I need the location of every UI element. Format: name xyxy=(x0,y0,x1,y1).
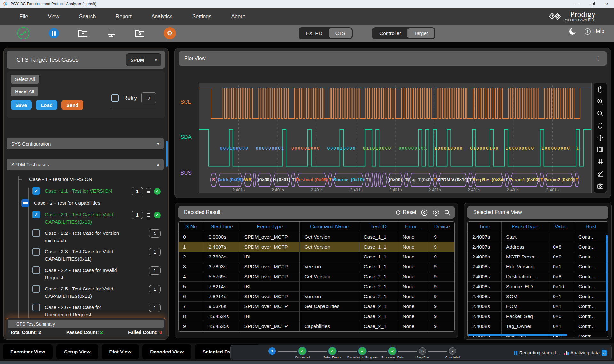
menu-item-view[interactable]: View xyxy=(38,8,69,25)
checkbox-unchecked[interactable] xyxy=(32,248,40,256)
tab-exerciser-view[interactable]: Exerciser View xyxy=(3,344,53,359)
reset-all-button[interactable]: Reset All xyxy=(11,87,38,96)
send-button[interactable]: Send xyxy=(61,100,83,110)
cursors-tool-icon[interactable] xyxy=(597,146,604,153)
open-project-icon[interactable] xyxy=(78,29,88,37)
zoom-out-icon[interactable] xyxy=(597,110,604,117)
save-button[interactable]: Save xyxy=(11,100,32,110)
tree-item[interactable]: Case - 2.2 - Test Case for Version misma… xyxy=(7,227,165,246)
pan-hand-icon[interactable] xyxy=(597,122,604,129)
iteration-count[interactable]: 1 xyxy=(149,266,161,275)
menu-item-about[interactable]: About xyxy=(221,8,255,25)
table-row[interactable]: 57.8214sIBICase_2_1None9 xyxy=(179,282,454,292)
left-panel-scrollbar[interactable] xyxy=(166,141,168,167)
next-frame-button[interactable] xyxy=(433,209,439,216)
iteration-count[interactable]: 1 xyxy=(149,304,161,312)
tab-setup-view[interactable]: Setup View xyxy=(56,344,98,359)
table-row[interactable]: 2.4008sSOM0×1Contr... xyxy=(468,292,608,302)
tab-decoded-view[interactable]: Decoded View xyxy=(142,344,191,359)
tree-item[interactable]: Case - 1 - Test for VERSION xyxy=(7,174,165,185)
table-row[interactable]: 45.5769sSPDM_over_MCTPGet VersionCase_2_… xyxy=(179,272,454,282)
mouse-tool-icon[interactable] xyxy=(597,86,604,93)
retry-count-input[interactable] xyxy=(141,92,156,103)
tree-item[interactable]: ✓Case - 1.1 - Test for VERSION1✓ xyxy=(7,185,165,197)
table-row[interactable]: 2.4008sDestination_...0×8Contr... xyxy=(468,272,608,282)
search-icon[interactable] xyxy=(444,210,450,216)
camera-icon[interactable] xyxy=(597,182,604,189)
report-icon[interactable] xyxy=(146,188,151,194)
table-row[interactable]: 00.0000sSPDM_over_MCTPGet VersionCase_1_… xyxy=(179,232,454,242)
toggle-controller[interactable]: Controller xyxy=(373,28,407,38)
close-button[interactable]: × xyxy=(599,0,614,8)
table-row[interactable]: 67.8214sSPDM_over_MCTPVersionCase_2_1Non… xyxy=(179,292,454,302)
previous-frame-button[interactable] xyxy=(421,209,428,216)
grid-tool-icon[interactable] xyxy=(597,158,604,165)
project-location-icon[interactable] xyxy=(135,29,145,37)
frame-view-vertical-scrollbar[interactable] xyxy=(606,235,608,331)
table-row[interactable]: 815.4534sIBICase_2_1None9 xyxy=(179,312,454,321)
table-row[interactable]: 2.4008sTag_Owner0×1Contr... xyxy=(468,321,608,331)
table-row[interactable]: 23.7893sIBICase_1_1None9 xyxy=(179,252,454,262)
kebab-menu-icon[interactable]: ⋮ xyxy=(595,55,601,62)
checkbox-unchecked[interactable] xyxy=(32,266,40,274)
help-button[interactable]: i Help xyxy=(585,28,604,35)
iteration-count[interactable]: 1 xyxy=(149,229,161,238)
spdm-test-cases-accordion[interactable]: SPDM Test cases ▴ xyxy=(7,159,164,170)
tab-plot-view[interactable]: Plot View xyxy=(102,344,139,359)
menu-item-report[interactable]: Report xyxy=(106,8,141,25)
dark-mode-moon-icon[interactable] xyxy=(569,28,576,35)
reset-button[interactable]: Reset xyxy=(395,210,416,215)
table-row[interactable]: 2.4008sSource_EID0×10Contr... xyxy=(468,282,608,292)
load-button[interactable]: Load xyxy=(36,100,57,110)
minimize-button[interactable]: — xyxy=(570,0,585,8)
checkbox-checked[interactable]: ✓ xyxy=(32,187,40,195)
menu-item-analytics[interactable]: Analytics xyxy=(141,8,182,25)
tree-item[interactable]: Case - 2.4 - Test Case for Invalid Reque… xyxy=(7,265,165,283)
toggle-ex-pd[interactable]: EX_PD xyxy=(299,28,329,38)
table-row[interactable]: 2.4008sHdr_Version0×1Contr... xyxy=(468,262,608,272)
tree-item[interactable]: Case - 2.3 - Test Case for Valid CAPABIL… xyxy=(7,246,165,265)
device-icon[interactable] xyxy=(107,29,116,37)
exerciser-icon[interactable] xyxy=(17,27,29,39)
table-row[interactable]: 915.4535sSPDM_over_MCTPCapabilitiesCase_… xyxy=(179,321,454,331)
table-row[interactable]: 2.4008sEOM0×1Contr... xyxy=(468,302,608,312)
toggle-target[interactable]: Target xyxy=(408,28,434,38)
iteration-count[interactable]: 1 xyxy=(132,211,143,219)
waveform-canvas[interactable]: 2.401s2.401s2.401s2.401s2.401s2.401s2.40… xyxy=(199,83,592,193)
table-row[interactable]: 2.4008sPacket_Seq0×0Contr... xyxy=(468,312,608,321)
maximize-button[interactable] xyxy=(585,0,599,8)
menu-item-search[interactable]: Search xyxy=(69,8,106,25)
iteration-count[interactable]: 1 xyxy=(149,285,161,293)
checkbox-indeterminate[interactable] xyxy=(21,199,29,207)
table-row[interactable]: 2.4008sMCTP Reser...0×0Contr... xyxy=(468,252,608,262)
settings-gear-icon[interactable]: ⚙ xyxy=(164,27,176,39)
table-row[interactable]: 79.5326sSPDM_over_MCTPGet CapabilitiesCa… xyxy=(179,302,454,312)
select-all-button[interactable]: Select All xyxy=(11,75,39,84)
move-tool-icon[interactable] xyxy=(597,134,604,141)
menu-item-settings[interactable]: Settings xyxy=(182,8,221,25)
checkbox-checked[interactable]: ✓ xyxy=(32,211,40,218)
sys-configuration-accordion[interactable]: SYS Configuration ▾ xyxy=(7,138,164,149)
checkbox-unchecked[interactable] xyxy=(32,285,40,293)
menu-item-file[interactable]: File xyxy=(10,8,38,25)
table-row[interactable]: 2.4007sStartContr... xyxy=(468,232,608,242)
iteration-count[interactable]: 1 xyxy=(149,248,161,256)
retry-checkbox[interactable] xyxy=(111,94,119,102)
refresh-icon[interactable] xyxy=(602,350,607,356)
table-row[interactable]: 12.4007sSPDM_over_MCTPGet VersionCase_1_… xyxy=(179,242,454,252)
tree-item[interactable]: Case - 2.5 - Test Case for Valid CAPABIL… xyxy=(7,283,165,302)
frame-view-horizontal-scrollbar[interactable] xyxy=(468,334,567,336)
tree-item[interactable]: Case - 2 - Test for Capabilities xyxy=(7,197,165,209)
pause-icon[interactable] xyxy=(49,28,59,38)
toggle-cts[interactable]: CTS xyxy=(329,28,352,38)
report-icon[interactable] xyxy=(146,212,151,218)
tree-item[interactable]: ✓Case - 2.1 - Test Case for Valid CAPABI… xyxy=(7,209,165,227)
checkbox-unchecked[interactable] xyxy=(32,229,40,237)
iteration-count[interactable]: 1 xyxy=(132,187,143,195)
tree-item[interactable]: Case - 2.6 - Test Case for Unexpected Re… xyxy=(7,302,165,319)
checkbox-unchecked[interactable] xyxy=(32,304,40,311)
stats-tool-icon[interactable] xyxy=(597,170,604,177)
table-row[interactable]: 2.4007sAddress0×8Contr... xyxy=(468,242,608,252)
zoom-in-icon[interactable] xyxy=(597,98,604,105)
table-row[interactable]: 33.7893sSPDM_over_MCTPVersionCase_1_1Non… xyxy=(179,262,454,272)
